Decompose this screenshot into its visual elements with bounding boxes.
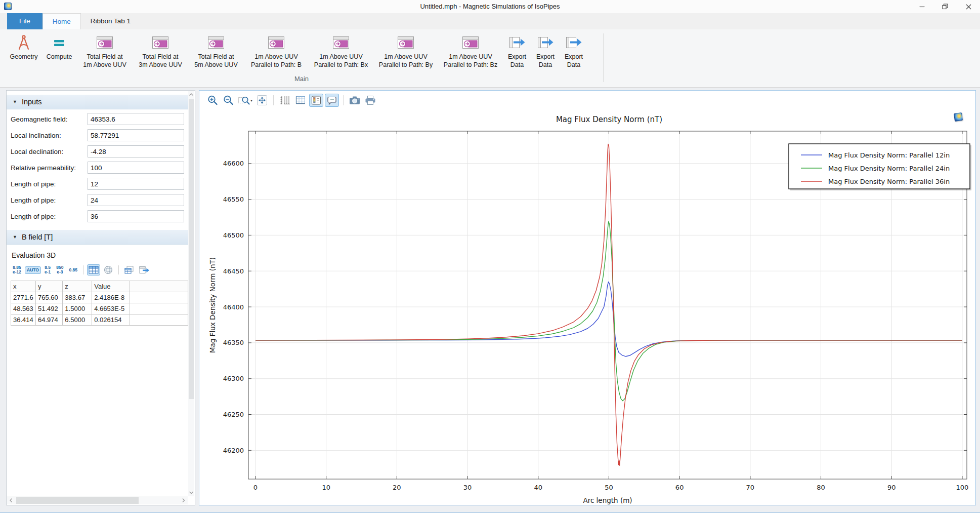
ribbon-button-export-data[interactable]: Export Data [503,31,531,69]
sphere-icon [103,265,113,275]
ribbon-button-label: Total Field at 5m Above UUV [194,53,237,69]
ribbon-group-separator [603,33,604,82]
local-declination-input[interactable] [88,145,184,157]
ribbon-button-label: 1m Above UUV Parallel to Path: B [251,53,302,69]
input-row-length-of-pipe: Length of pipe: [11,193,184,207]
y-tick-label: 46550 [223,195,244,203]
ribbon-button-compute[interactable]: Compute [41,31,77,61]
minimize-button[interactable] [910,0,933,13]
precision-8-5e-1-button[interactable]: 8.5e-1 [42,264,53,276]
ribbon-button-1m-above-uuv-parallel-to-path-by[interactable]: 1m Above UUV Parallel to Path: By [373,31,438,69]
ribbon-tab-home[interactable]: Home [42,13,81,29]
ribbon-button-label: Export Data [565,53,583,69]
horizontal-scrollbar[interactable] [7,496,188,504]
table-cell: 1.5000 [63,303,92,314]
chevron-down-icon: ▾ [250,98,252,103]
axis-settings-button[interactable] [278,94,292,107]
table-row[interactable]: 2771.6765.60383.672.4186E-8 [11,292,188,303]
close-button[interactable] [957,0,980,13]
x-axis-label: Arc length (m) [583,496,632,504]
table-column-header-z: z [63,281,92,292]
export-table-icon [139,265,150,274]
table-cell: 765.60 [35,292,62,303]
image-snapshot-button[interactable] [348,94,362,107]
table-cell: 51.492 [35,303,62,314]
show-tooltip-button[interactable] [325,94,339,107]
zoom-out-button[interactable] [221,94,235,107]
scroll-right-icon[interactable] [181,497,187,504]
ribbon-button-export-data[interactable]: Export Data [560,31,588,69]
ribbon-button-export-data[interactable]: Export Data [531,31,560,69]
table-cell [130,314,188,326]
scroll-left-icon[interactable] [8,497,14,504]
grid-settings-button[interactable] [293,94,308,107]
show-legends-button[interactable] [309,94,323,107]
table-cell [130,303,188,314]
print-button[interactable] [363,94,377,107]
plot-panel: ▾ Mag Flux Density Norm (nT) 01020304050… [199,90,976,505]
restore-button[interactable] [933,0,957,13]
ribbon-button-1m-above-uuv-parallel-to-path-b[interactable]: 1m Above UUV Parallel to Path: B [244,31,309,69]
section-header-inputs[interactable]: ▼Inputs [7,95,188,109]
table-view-button[interactable] [87,264,100,275]
table-row[interactable]: 48.56351.4921.50004.6653E-5 [11,303,188,314]
length-of-pipe-input[interactable] [88,194,184,206]
table-cell: 383.67 [63,292,92,303]
sphere-view-button[interactable] [102,263,115,277]
table-row[interactable]: 36.41464.9746.50000.026154 [11,314,188,326]
vertical-scrollbar[interactable] [188,91,194,496]
table-cell [130,292,188,303]
length-of-pipe-input[interactable] [88,210,184,222]
field-label: Length of pipe: [11,180,88,188]
zoom-out-icon [223,95,234,106]
scroll-down-icon[interactable] [188,489,194,496]
scroll-up-icon[interactable] [188,91,194,98]
vertical-scroll-thumb[interactable] [189,99,194,399]
precision-0-85-button[interactable]: 0.85 [67,266,79,274]
ribbon-button-total-field-at-1m-above-uuv[interactable]: Total Field at 1m Above UUV [77,31,133,69]
copy-table-button[interactable] [122,264,136,276]
ribbon-button-1m-above-uuv-parallel-to-path-bx[interactable]: 1m Above UUV Parallel to Path: Bx [309,31,373,69]
horizontal-scroll-thumb[interactable] [16,497,139,504]
evaluation-3d-label: Evaluation 3D [12,251,188,259]
table-column-header-value: Value [92,281,130,292]
length-of-pipe-input[interactable] [88,178,184,190]
ribbon-button-1m-above-uuv-parallel-to-path-bz[interactable]: 1m Above UUV Parallel to Path: Bz [438,31,503,69]
zoom-extents-button[interactable] [255,94,269,107]
relative-permeability-input[interactable] [88,162,184,174]
table-cell: 48.563 [11,303,36,314]
input-row-local-inclination: Local inclination: [11,129,184,142]
ribbon-tab-ribbon-tab-1[interactable]: Ribbon Tab 1 [81,13,140,29]
local-inclination-input[interactable] [88,129,184,141]
ribbon-button-label: 1m Above UUV Parallel to Path: By [379,53,433,69]
precision-exponent: e-3 [56,270,63,274]
compute-icon [51,33,68,52]
y-tick-label: 46600 [223,160,244,167]
table-cell: 0.026154 [92,314,130,326]
ribbon-tab-file[interactable]: File [7,13,42,29]
plot-window-icon [397,33,415,52]
y-tick-label: 46300 [223,375,244,382]
export-table-button[interactable] [137,264,151,276]
x-tick-label: 70 [746,484,755,491]
table-cell: 36.414 [11,314,36,326]
zoom-in-button[interactable] [205,94,220,107]
ribbon-button-total-field-at-3m-above-uuv[interactable]: Total Field at 3m Above UUV [133,31,188,69]
zoom-box-icon [238,95,250,106]
input-row-length-of-pipe: Length of pipe: [11,210,184,223]
table-cell: 64.974 [35,314,62,326]
precision-850e-3-button[interactable]: 850e-3 [54,264,65,276]
ribbon-button-total-field-at-5m-above-uuv[interactable]: Total Field at 5m Above UUV [188,31,244,69]
zoom-box-button[interactable]: ▾ [237,94,253,107]
toolbar-separator [273,95,274,105]
section-header-b-field-t[interactable]: ▼B field [T] [7,230,188,245]
y-tick-label: 46450 [223,267,244,275]
ribbon-button-geometry[interactable]: Geometry [6,31,41,61]
precision-8-85e-12-button[interactable]: 8.85e-12 [11,264,23,276]
field-label: Local inclination: [11,132,88,139]
ribbon-tab-strip: FileHomeRibbon Tab 1 [0,13,980,30]
geomagnetic-field-input[interactable] [88,113,184,125]
plot-canvas[interactable]: 0102030405060708090100462004625046300463… [203,109,974,504]
precision-auto-button[interactable]: AUTO [25,266,41,274]
camera-icon [349,95,361,105]
